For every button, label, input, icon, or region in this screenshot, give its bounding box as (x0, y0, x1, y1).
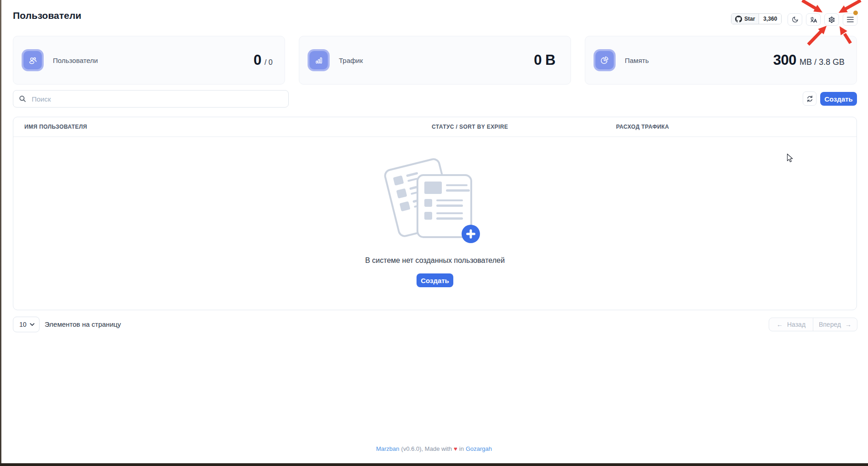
gear-icon (828, 16, 835, 23)
stat-label: Пользователи (53, 57, 98, 64)
github-star-widget[interactable]: Star 3,360 (731, 13, 782, 24)
stat-value: 0 B (534, 52, 559, 68)
stat-label: Трафик (339, 57, 363, 64)
menu-button[interactable] (843, 13, 857, 26)
stat-card-traffic: Трафик 0 B (299, 36, 571, 85)
language-button[interactable] (806, 13, 821, 26)
window-bottom-edge (0, 463, 868, 466)
traffic-icon-tile (308, 49, 330, 71)
language-icon (810, 16, 817, 23)
page-size-value: 10 (19, 321, 27, 328)
column-header-status-sort-expire[interactable]: СТАТУС / SORT BY EXPIRE (432, 117, 508, 136)
create-user-button[interactable]: Создать (820, 92, 857, 106)
page-size-select[interactable]: 10 (13, 317, 40, 332)
empty-state-message: В системе нет созданных пользователей (13, 256, 857, 265)
footer-org-link[interactable]: Gozargah (466, 445, 492, 452)
pie-chart-icon (600, 56, 609, 64)
stat-value: 300 MB / 3.8 GB (773, 52, 845, 68)
menu-notification-dot (853, 11, 858, 15)
plus-icon (462, 225, 480, 243)
pagination-controls: ← Назад Вперед → (769, 318, 857, 331)
prev-page-button[interactable]: ← Назад (769, 318, 813, 331)
users-table: ИМЯ ПОЛЬЗОВАТЕЛЯ СТАТУС / SORT BY EXPIRE… (13, 117, 857, 310)
stat-card-memory: Память 300 MB / 3.8 GB (585, 36, 857, 85)
github-star-button[interactable]: Star (731, 14, 759, 24)
github-star-label: Star (744, 16, 755, 22)
footer-text: (v0.6.0), Made with (401, 445, 452, 452)
users-icon-tile (22, 49, 44, 71)
arrow-right-icon: → (845, 321, 851, 328)
settings-button[interactable] (824, 13, 839, 26)
prev-page-label: Назад (787, 321, 805, 328)
bar-chart-icon (315, 57, 323, 64)
page-size-label: Элементов на страницу (45, 317, 121, 332)
stat-value-number: 0 (253, 52, 261, 68)
empty-state-illustration (389, 161, 481, 244)
github-octocat-icon (735, 16, 742, 23)
table-header-row: ИМЯ ПОЛЬЗОВАТЕЛЯ СТАТУС / SORT BY EXPIRE… (13, 117, 857, 137)
footer-brand-link[interactable]: Marzban (376, 445, 400, 452)
chevron-down-icon (30, 323, 34, 326)
empty-state-create-button[interactable]: Создать (417, 273, 453, 287)
arrow-left-icon: ← (777, 321, 783, 328)
memory-icon-tile (594, 49, 616, 71)
stat-value-number: 0 B (534, 52, 555, 68)
dark-mode-button[interactable] (788, 13, 802, 26)
refresh-button[interactable] (803, 91, 817, 106)
next-page-button[interactable]: Вперед → (813, 318, 857, 331)
stat-card-users: Пользователи 0 / 0 (13, 36, 285, 85)
stat-value-suffix: / 0 (264, 58, 273, 67)
heart-icon: ♥ (454, 445, 457, 452)
column-header-traffic-usage[interactable]: РАСХОД ТРАФИКА (616, 117, 669, 136)
stat-value-suffix: MB / 3.8 GB (799, 57, 845, 67)
stat-value-number: 300 (773, 52, 796, 68)
search-input[interactable] (13, 90, 289, 108)
users-icon (29, 57, 37, 64)
stat-value: 0 / 0 (253, 52, 273, 68)
search-icon (19, 95, 26, 102)
refresh-icon (806, 95, 813, 102)
page-title: Пользователи (13, 10, 81, 21)
footer-text-in: in (459, 445, 464, 452)
hamburger-icon (847, 17, 854, 23)
moon-icon (792, 16, 799, 23)
next-page-label: Вперед (819, 321, 841, 328)
column-header-username[interactable]: ИМЯ ПОЛЬЗОВАТЕЛЯ (24, 117, 87, 136)
footer: Marzban (v0.6.0), Made with ♥ in Gozarga… (0, 445, 868, 452)
users-page: Пользователи Star 3,360 (0, 0, 868, 466)
stat-label: Память (625, 57, 649, 64)
github-star-count[interactable]: 3,360 (759, 14, 781, 24)
window-left-edge (0, 0, 1, 466)
search-box (13, 90, 289, 108)
